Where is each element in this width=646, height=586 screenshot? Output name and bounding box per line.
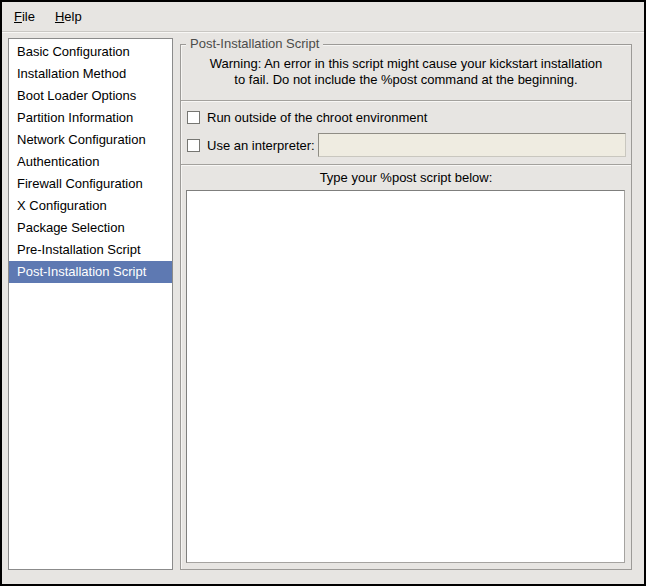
frame-title: Post-Installation Script xyxy=(186,36,323,52)
warning-line-2: to fail. Do not include the %post comman… xyxy=(181,72,631,88)
interpreter-input[interactable] xyxy=(318,133,626,157)
sidebar-item-post-installation-script[interactable]: Post-Installation Script xyxy=(9,261,172,283)
sidebar-item-pre-installation-script[interactable]: Pre-Installation Script xyxy=(9,239,172,261)
chroot-checkbox-row[interactable]: Run outside of the chroot environment xyxy=(187,107,626,127)
sidebar-item-x-configuration[interactable]: X Configuration xyxy=(9,195,172,217)
chroot-checkbox-label: Run outside of the chroot environment xyxy=(207,110,427,125)
separator xyxy=(181,100,631,102)
menu-help[interactable]: Help xyxy=(45,3,92,31)
sidebar-item-basic-configuration[interactable]: Basic Configuration xyxy=(9,41,172,63)
interpreter-checkbox-row[interactable]: Use an interpreter: xyxy=(187,132,626,158)
chroot-checkbox[interactable] xyxy=(187,111,200,124)
menu-file[interactable]: File xyxy=(4,3,45,31)
script-label: Type your %post script below: xyxy=(181,170,631,186)
sidebar-item-authentication[interactable]: Authentication xyxy=(9,151,172,173)
post-script-textarea[interactable] xyxy=(186,190,625,563)
post-installation-frame: Post-Installation Script Warning: An err… xyxy=(180,44,632,570)
warning-text: Warning: An error in this script might c… xyxy=(181,56,631,88)
sidebar-item-package-selection[interactable]: Package Selection xyxy=(9,217,172,239)
sidebar-item-network-configuration[interactable]: Network Configuration xyxy=(9,129,172,151)
sidebar-item-partition-information[interactable]: Partition Information xyxy=(9,107,172,129)
warning-line-1: Warning: An error in this script might c… xyxy=(181,56,631,72)
sidebar-item-installation-method[interactable]: Installation Method xyxy=(9,63,172,85)
sidebar-item-firewall-configuration[interactable]: Firewall Configuration xyxy=(9,173,172,195)
kickstart-configurator-window: File Help Basic Configuration Installati… xyxy=(0,0,646,586)
interpreter-checkbox[interactable] xyxy=(187,139,200,152)
separator xyxy=(181,164,631,166)
sidebar-item-boot-loader-options[interactable]: Boot Loader Options xyxy=(9,85,172,107)
menu-bar: File Help xyxy=(2,2,644,32)
sidebar-nav: Basic Configuration Installation Method … xyxy=(8,38,173,570)
interpreter-checkbox-label: Use an interpreter: xyxy=(207,138,315,153)
